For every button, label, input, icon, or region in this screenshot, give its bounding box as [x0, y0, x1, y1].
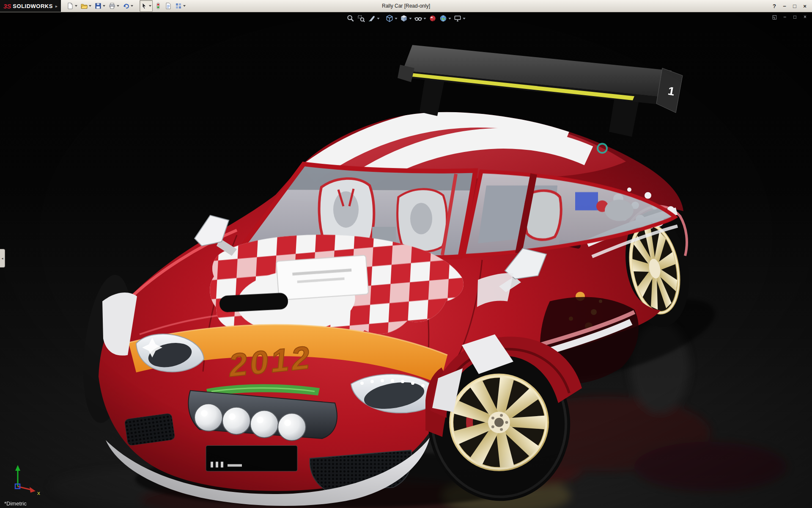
view-settings-button[interactable] — [453, 14, 466, 23]
new-document-icon — [67, 3, 74, 9]
open-folder-icon — [81, 3, 88, 9]
viewport-3d-scene[interactable]: 2012 — [0, 12, 812, 508]
print-button[interactable] — [107, 0, 121, 12]
zoom-to-fit-icon — [347, 14, 355, 22]
dropdown-arrow-icon[interactable] — [117, 5, 119, 7]
view-orientation-cube-icon — [386, 14, 394, 22]
file-properties-icon — [165, 3, 172, 9]
menu-bar: 3S SOLIDWORKS ▸ — [0, 0, 812, 12]
select-toolbar — [139, 0, 187, 12]
graphics-viewport[interactable]: 2012 — [0, 12, 812, 508]
dropdown-arrow-icon[interactable] — [409, 18, 412, 19]
help-button[interactable]: ? — [770, 2, 779, 10]
close-document-button[interactable]: × — [801, 14, 809, 20]
apply-scene-button[interactable] — [439, 14, 452, 23]
triad-x-label: x — [37, 489, 40, 496]
apply-scene-globe-icon — [439, 14, 447, 22]
logo-arrow-icon: ▸ — [55, 4, 58, 8]
license-plate — [206, 446, 297, 472]
view-settings-monitor-icon — [454, 14, 462, 22]
dropdown-arrow-icon[interactable] — [89, 5, 91, 7]
toggle-full-screen-button[interactable]: ◱ — [771, 14, 778, 20]
hood-decal-panel — [276, 255, 368, 300]
maximize-button[interactable]: □ — [790, 2, 799, 10]
brand-name: SOLIDWORKS — [13, 3, 53, 9]
zoom-to-area-icon — [357, 14, 365, 22]
dropdown-arrow-icon[interactable] — [183, 5, 186, 7]
save-button[interactable] — [93, 0, 107, 12]
standard-toolbar — [65, 0, 135, 12]
undo-arrow-icon — [123, 3, 129, 9]
print-icon — [109, 3, 115, 9]
edit-appearance-ball-icon — [429, 14, 437, 22]
dropdown-arrow-icon[interactable] — [75, 5, 77, 7]
view-orientation-label: *Dimetric — [4, 500, 27, 507]
dropdown-arrow-icon[interactable] — [424, 18, 426, 19]
undo-button[interactable] — [121, 0, 134, 12]
edit-appearance-button[interactable] — [428, 14, 438, 23]
zoom-to-fit-button[interactable] — [346, 14, 356, 23]
restore-document-button[interactable]: □ — [791, 14, 798, 20]
brand-mark: 3S — [3, 3, 11, 10]
zoom-to-area-button[interactable] — [357, 14, 366, 23]
dropdown-arrow-icon[interactable] — [395, 18, 398, 19]
rebuild-button[interactable] — [154, 0, 163, 12]
section-view-icon — [368, 14, 376, 22]
dropdown-arrow-icon[interactable] — [131, 5, 133, 7]
select-button[interactable] — [140, 0, 153, 12]
dropdown-arrow-icon[interactable] — [463, 18, 466, 19]
display-style-cube-icon — [400, 14, 408, 22]
options-button[interactable] — [174, 0, 187, 12]
hide-show-items-button[interactable] — [414, 14, 427, 23]
view-orientation-button[interactable] — [385, 14, 398, 23]
hood-vent — [219, 293, 288, 312]
minimize-button[interactable]: − — [780, 2, 789, 10]
solidworks-logo: 3S SOLIDWORKS ▸ — [0, 0, 61, 12]
dropdown-arrow-icon[interactable] — [449, 18, 451, 19]
options-grid-icon — [175, 3, 182, 9]
new-document-button[interactable] — [66, 0, 79, 12]
dropdown-arrow-icon[interactable] — [103, 5, 105, 7]
window-controls: ? − □ × — [770, 2, 812, 10]
close-button[interactable]: × — [800, 2, 809, 10]
minimize-document-button[interactable]: − — [781, 14, 788, 20]
hide-show-glasses-icon — [414, 14, 422, 22]
save-floppy-icon — [95, 3, 102, 9]
display-style-button[interactable] — [399, 14, 413, 23]
select-cursor-icon — [141, 3, 148, 9]
orientation-triad[interactable]: x — [15, 465, 40, 496]
dropdown-arrow-icon[interactable] — [377, 18, 380, 19]
document-window-controls: ◱ − □ × — [771, 14, 809, 20]
heads-up-view-toolbar — [346, 14, 466, 23]
rebuild-stoplight-icon — [155, 3, 162, 9]
file-properties-button[interactable] — [164, 0, 173, 12]
dropdown-arrow-icon[interactable] — [149, 5, 151, 7]
section-view-button[interactable] — [367, 14, 381, 23]
feature-panel-collapse-tab[interactable]: ◂ — [0, 249, 5, 268]
open-button[interactable] — [80, 0, 93, 12]
